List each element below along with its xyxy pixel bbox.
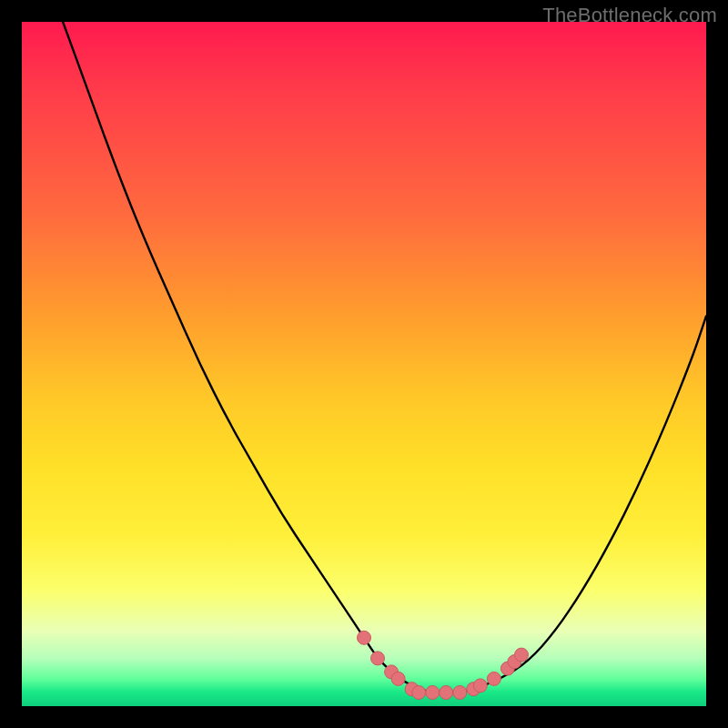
chart-svg [22, 22, 706, 706]
curve-marker [473, 679, 487, 693]
chart-frame: TheBottleneck.com [0, 0, 728, 728]
curve-marker [515, 648, 529, 662]
curve-marker [412, 686, 426, 700]
watermark-text: TheBottleneck.com [542, 4, 717, 27]
curve-marker [358, 631, 371, 644]
curve-marker [371, 652, 385, 665]
curve-marker [440, 686, 453, 700]
chart-plot-area [22, 22, 706, 706]
curve-markers [358, 631, 529, 699]
curve-marker [487, 672, 500, 685]
bottleneck-curve [63, 22, 706, 693]
curve-marker [391, 672, 405, 685]
curve-marker [426, 686, 440, 700]
curve-marker [453, 686, 467, 700]
